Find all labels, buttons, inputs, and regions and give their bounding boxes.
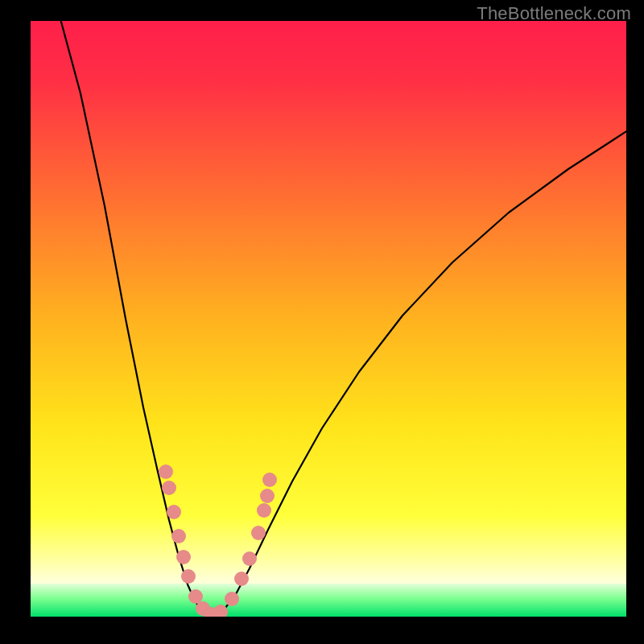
marker-group	[159, 464, 277, 617]
data-marker	[171, 529, 186, 543]
data-marker	[181, 569, 196, 584]
plot-area	[31, 21, 626, 617]
data-marker	[162, 481, 176, 495]
data-marker	[257, 503, 271, 518]
curve-layer	[31, 21, 626, 617]
data-marker	[234, 572, 249, 586]
data-marker	[242, 551, 257, 566]
data-marker	[188, 589, 203, 604]
data-marker	[176, 550, 191, 564]
data-marker	[225, 592, 239, 606]
data-marker	[262, 473, 277, 487]
data-marker	[251, 526, 266, 540]
curve-group	[59, 21, 626, 616]
right-curve	[211, 130, 626, 616]
data-marker	[159, 464, 173, 479]
data-marker	[167, 505, 181, 519]
chart-frame: TheBottleneck.com	[0, 0, 644, 644]
data-marker	[260, 489, 275, 503]
left-curve	[59, 21, 211, 616]
